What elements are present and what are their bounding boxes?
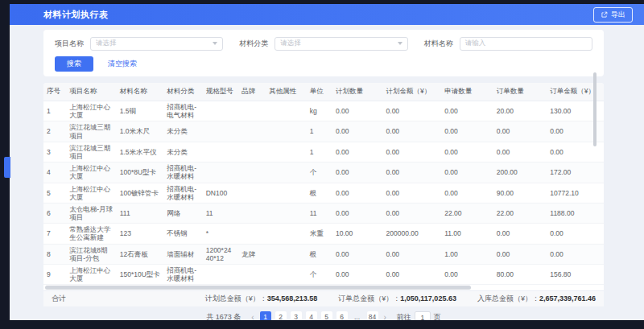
page-button-1[interactable]: 1 xyxy=(260,311,271,320)
table-cell: 滨江花城8期项目-分包 xyxy=(66,244,117,264)
table-cell: 4 xyxy=(43,162,66,183)
table-cell xyxy=(238,183,266,203)
table-cell: 0.00 xyxy=(332,142,383,162)
placeholder-text: 请选择 xyxy=(96,39,209,48)
table-cell: 1200*2440*12 xyxy=(203,244,238,264)
table-cell: kg xyxy=(307,101,332,121)
summary-label: 合计 xyxy=(52,294,66,304)
table-cell: 100*8U型卡 xyxy=(117,162,164,183)
table-cell xyxy=(266,121,306,142)
table-header-row: 序号项目名称材料名称材料分类规格型号品牌其他属性单位计划数量计划金额（¥）申请数… xyxy=(43,83,604,101)
table-cell xyxy=(266,142,306,162)
table-cell: 滨江花城三期项目 xyxy=(66,121,117,142)
table-cell: 龙牌 xyxy=(238,244,266,264)
pagination-pages: 123456...84 xyxy=(260,311,378,320)
table-cell: 0.00 xyxy=(547,244,604,264)
page-ellipsis: ... xyxy=(352,311,363,320)
column-header-5: 规格型号 xyxy=(203,83,238,101)
table-cell: 8 xyxy=(43,244,66,264)
page-button-4[interactable]: 4 xyxy=(306,311,317,320)
table-row: 6太仓电梯-月球项目111网络11110.000.0022.0022.00118… xyxy=(43,203,604,223)
page-header: 材料计划执行表 导出 xyxy=(10,4,644,25)
table-cell xyxy=(266,224,306,244)
placeholder-text: 请输入 xyxy=(465,39,587,48)
table-cell: 0.00 xyxy=(383,142,442,162)
table-cell: 90.00 xyxy=(493,183,547,203)
table-row: 3滨江花城三期项目1.5米水平仪未分类10.000.000.000.000.00 xyxy=(43,142,604,162)
column-header-7: 其他属性 xyxy=(266,83,306,101)
table-cell xyxy=(266,101,306,121)
goto-suffix: 页 xyxy=(434,312,441,320)
table-row: 8滨江花城8期项目-分包12石膏板墙面辅材1200*2440*12龙牌根0.00… xyxy=(43,244,604,264)
column-header-10: 计划金额（¥） xyxy=(383,83,442,101)
table-cell: 0.00 xyxy=(332,183,383,203)
page-button-2[interactable]: 2 xyxy=(275,311,287,320)
table-cell: 11 xyxy=(307,203,332,223)
table-cell: 招商机电-水暖材料 xyxy=(163,265,202,285)
table-body: 1上海松江中心大厦1.5铜招商机电-电气材料kg0.000.000.0020.0… xyxy=(43,101,604,285)
table-cell xyxy=(203,265,238,285)
column-header-6: 品牌 xyxy=(238,83,266,101)
filter-actions: 搜索 清空搜索 xyxy=(55,57,592,71)
page-button-5[interactable]: 5 xyxy=(321,311,332,320)
next-page-icon[interactable]: › xyxy=(382,313,388,320)
goto-page: 前往 页 xyxy=(397,311,441,320)
table-cell: 0.00 xyxy=(332,203,383,223)
export-button[interactable]: 导出 xyxy=(593,7,633,23)
filter-row: 项目名称请选择材料分类请选择材料名称请输入 xyxy=(55,35,592,51)
table-cell: 5 xyxy=(43,183,66,203)
table-row: 9上海松江中心大厦150*10U型卡招商机电-水暖材料个0.000.000.00… xyxy=(43,265,604,285)
table-cell xyxy=(238,265,266,285)
table-cell: 不锈钢 xyxy=(163,224,202,244)
table-cell: 22.00 xyxy=(441,203,493,223)
table-cell: 0.00 xyxy=(332,265,383,285)
column-header-11: 申请数量 xyxy=(441,83,493,101)
content-area: 项目名称请选择材料分类请选择材料名称请输入 搜索 清空搜索 序号项目名称材料名称… xyxy=(10,25,644,320)
table-cell: 172.00 xyxy=(547,162,604,183)
table-cell xyxy=(203,162,238,183)
table-cell: 200.00 xyxy=(493,162,547,183)
table-cell: 个 xyxy=(307,265,332,285)
table-cell xyxy=(266,244,306,264)
table-cell: 0.00 xyxy=(547,224,604,244)
page-button-84[interactable]: 84 xyxy=(367,311,378,320)
table-cell: 3 xyxy=(43,142,66,162)
table-cell: 常熟盛达大学生公寓新建 xyxy=(66,224,117,244)
horizontal-scrollbar-thumb[interactable] xyxy=(45,286,471,290)
prev-page-icon[interactable]: ‹ xyxy=(250,313,255,320)
table-cell: 招商机电-电气材料 xyxy=(163,101,202,121)
table-row: 5上海松江中心大厦100镀锌管卡招商机电-水暖材料DN100根0.000.000… xyxy=(43,183,604,203)
table-cell: 0.00 xyxy=(383,203,442,223)
column-header-9: 计划数量 xyxy=(332,83,383,101)
page-button-3[interactable]: 3 xyxy=(291,311,302,320)
column-header-8: 单位 xyxy=(307,83,332,101)
horizontal-scrollbar[interactable] xyxy=(43,285,604,290)
filter-text-input[interactable]: 请输入 xyxy=(460,37,592,51)
table-cell: 0.00 xyxy=(383,183,442,203)
table-cell xyxy=(266,203,306,223)
table-cell xyxy=(203,101,238,121)
filter-select[interactable]: 请选择 xyxy=(275,37,407,51)
filter-select[interactable]: 请选择 xyxy=(90,37,223,51)
table-cell xyxy=(238,121,266,142)
table-cell: 1 xyxy=(307,121,332,142)
table-cell: 0.00 xyxy=(441,265,493,285)
table-cell: 123 xyxy=(117,224,164,244)
search-button[interactable]: 搜索 xyxy=(55,56,93,72)
table-cell: 未分类 xyxy=(163,142,202,162)
sidebar-collapse-handle[interactable] xyxy=(4,157,10,178)
table-cell xyxy=(238,101,266,121)
page-button-6[interactable]: 6 xyxy=(336,311,348,320)
filter-field-label: 材料名称 xyxy=(424,39,453,49)
clear-search-link[interactable]: 清空搜索 xyxy=(108,59,137,69)
table-cell xyxy=(266,265,306,285)
table-row: 1上海松江中心大厦1.5铜招商机电-电气材料kg0.000.000.0020.0… xyxy=(43,101,604,121)
column-header-2: 项目名称 xyxy=(66,83,117,101)
vertical-scrollbar-thumb[interactable] xyxy=(593,72,597,146)
table-cell: 6 xyxy=(43,203,66,223)
table-cell: 0.00 xyxy=(493,142,547,162)
summary-item: 订单总金额（¥）：1,050,117,025.63 xyxy=(338,294,456,304)
goto-page-input[interactable] xyxy=(415,311,431,320)
table-cell: 1.5铜 xyxy=(117,101,164,121)
filter-field-2: 材料分类请选择 xyxy=(239,37,407,51)
